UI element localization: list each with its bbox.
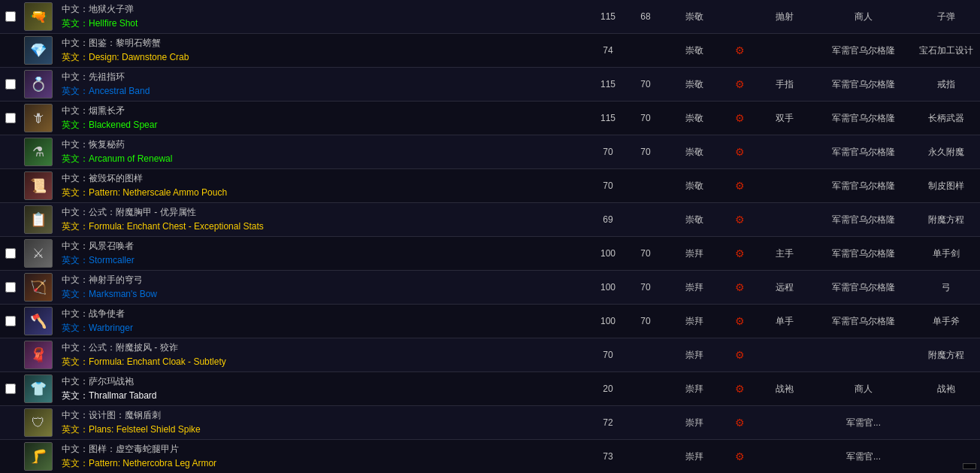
- row-checkbox[interactable]: [5, 316, 16, 326]
- slot-col: 远程: [755, 281, 815, 294]
- rep-icon-col: ⚙: [724, 78, 755, 90]
- row-checkbox[interactable]: [5, 79, 16, 89]
- item-icon[interactable]: 📋: [24, 205, 53, 234]
- item-name-en[interactable]: 英文：Pattern: Netherscale Ammo Pouch: [62, 186, 583, 199]
- item-name-en[interactable]: 英文：Marksman's Bow: [62, 288, 583, 301]
- reputation-icon: ⚙: [735, 214, 745, 226]
- item-name-en[interactable]: 英文：Formula: Enchant Cloak - Subtlety: [62, 356, 583, 368]
- level-col: 115: [589, 79, 627, 89]
- name-col: 中文：战争使者英文：Warbringer: [56, 305, 589, 338]
- checkbox-col: [0, 8, 21, 25]
- slot-col: 主手: [755, 247, 815, 260]
- row-checkbox[interactable]: [5, 11, 16, 22]
- reputation-icon: ⚙: [735, 349, 745, 361]
- item-icon[interactable]: 👕: [24, 374, 53, 403]
- req-level-col: 70: [627, 316, 664, 326]
- item-icon[interactable]: 💍: [24, 70, 53, 99]
- type-col: 子弹: [912, 11, 980, 23]
- table-row: 🗡中文：烟熏长矛英文：Blackened Spear11570崇敬⚙双手军需官乌…: [0, 102, 980, 135]
- table-row: 👕中文：萨尔玛战袍英文：Thrallmar Tabard20崇拜⚙战袍商人战袍: [0, 372, 980, 406]
- slot-col: 抛射: [755, 11, 815, 23]
- item-name-en[interactable]: 英文：Blackened Spear: [62, 119, 583, 132]
- icon-col: 🛡: [21, 407, 56, 438]
- item-name-en[interactable]: 英文：Design: Dawnstone Crab: [62, 51, 583, 64]
- level-col: 74: [589, 45, 627, 56]
- item-icon[interactable]: 🔫: [24, 2, 53, 31]
- reputation-icon: ⚙: [735, 78, 745, 90]
- item-icon[interactable]: ⚔: [24, 239, 53, 268]
- checkbox-col: [0, 279, 21, 296]
- item-name-en[interactable]: 英文：Pattern: Nethercobra Leg Armor: [62, 457, 583, 470]
- rep-icon-col: ⚙: [724, 146, 755, 158]
- item-icon[interactable]: ⚗: [24, 138, 53, 166]
- source-col: 军需官乌尔格隆: [815, 146, 912, 159]
- table-row: 💎中文：图鉴：黎明石螃蟹英文：Design: Dawnstone Crab74崇…: [0, 34, 980, 68]
- checkbox-col: [0, 420, 21, 426]
- checkbox-col: [0, 313, 21, 329]
- slot-col: 手指: [755, 78, 815, 91]
- icon-col: 🗡: [21, 102, 56, 134]
- type-col: 单手剑: [912, 247, 980, 260]
- reputation-icon: ⚙: [735, 247, 745, 259]
- item-icon[interactable]: 🏹: [24, 273, 53, 302]
- rep-icon-col: ⚙: [724, 450, 755, 462]
- rep-icon-col: ⚙: [724, 214, 755, 226]
- name-col: 中文：图鉴：黎明石螃蟹英文：Design: Dawnstone Crab: [56, 34, 589, 67]
- name-col: 中文：恢复秘药英文：Arcanum of Renewal: [56, 135, 589, 168]
- source-col: 军需官乌尔格隆: [815, 112, 912, 125]
- table-row: 📜中文：被毁坏的图样英文：Pattern: Netherscale Ammo P…: [0, 169, 980, 203]
- reputation-icon: ⚙: [735, 44, 745, 56]
- watermark: [963, 463, 976, 469]
- item-icon[interactable]: 🪓: [24, 307, 53, 335]
- item-name-en[interactable]: 英文：Ancestral Band: [62, 85, 583, 98]
- checkbox-col: [0, 76, 21, 92]
- source-col: 军需官乌尔格隆: [815, 180, 912, 193]
- source-col: 军需官...: [815, 417, 912, 429]
- item-name-en[interactable]: 英文：Hellfire Shot: [62, 17, 583, 30]
- row-checkbox[interactable]: [5, 282, 16, 293]
- level-col: 100: [589, 316, 627, 326]
- item-name-zh: 中文：设计图：魔钢盾刺: [62, 409, 583, 422]
- level-col: 100: [589, 248, 627, 259]
- item-name-en[interactable]: 英文：Plans: Felsteel Shield Spike: [62, 423, 583, 436]
- icon-col: 🏹: [21, 271, 56, 303]
- item-name-en[interactable]: 英文：Arcanum of Renewal: [62, 153, 583, 165]
- name-col: 中文：风景召唤者英文：Stormcaller: [56, 237, 589, 270]
- name-col: 中文：被毁坏的图样英文：Pattern: Netherscale Ammo Po…: [56, 169, 589, 202]
- slot-col: 单手: [755, 315, 815, 328]
- item-icon[interactable]: 💎: [24, 36, 53, 65]
- item-icon[interactable]: 🦵: [24, 442, 53, 471]
- row-checkbox[interactable]: [5, 248, 16, 259]
- type-col: 长柄武器: [912, 112, 980, 125]
- item-icon[interactable]: 🛡: [24, 408, 53, 437]
- item-icon[interactable]: 🧣: [24, 341, 53, 369]
- icon-col: 📜: [21, 170, 56, 202]
- item-name-zh: 中文：神射手的穹弓: [62, 274, 583, 287]
- source-col: 军需官乌尔格隆: [815, 78, 912, 91]
- checkbox-col: [0, 245, 21, 262]
- item-name-en[interactable]: 英文：Stormcaller: [62, 254, 583, 267]
- checkbox-col: [0, 217, 21, 223]
- source-col: 军需官乌尔格隆: [815, 214, 912, 226]
- req-level-col: 68: [627, 11, 664, 22]
- reputation-icon: ⚙: [735, 383, 745, 395]
- checkbox-col: [0, 110, 21, 126]
- item-icon[interactable]: 🗡: [24, 104, 53, 132]
- item-name-en[interactable]: 英文：Formula: Enchant Chest - Exceptional …: [62, 220, 583, 233]
- checkbox-col: [0, 352, 21, 358]
- item-name-zh: 中文：被毁坏的图样: [62, 172, 583, 185]
- level-col: 73: [589, 451, 627, 462]
- item-icon[interactable]: 📜: [24, 171, 53, 200]
- rep-icon-col: ⚙: [724, 281, 755, 293]
- item-name-en[interactable]: 英文：Thrallmar Tabard: [62, 390, 583, 402]
- level-col: 72: [589, 417, 627, 428]
- item-name-en[interactable]: 英文：Warbringer: [62, 322, 583, 335]
- table-row: 🔫中文：地狱火子弹英文：Hellfire Shot11568崇敬抛射商人子弹: [0, 0, 980, 34]
- faction-col: 崇敬: [664, 11, 724, 23]
- checkbox-col: [0, 47, 21, 53]
- type-col: 单手斧: [912, 315, 980, 328]
- table-row: ⚔中文：风景召唤者英文：Stormcaller10070崇拜⚙主手军需官乌尔格隆…: [0, 237, 980, 271]
- item-name-zh: 中文：公式：附魔披风 - 狡诈: [62, 341, 583, 354]
- row-checkbox[interactable]: [5, 384, 16, 394]
- row-checkbox[interactable]: [5, 113, 16, 123]
